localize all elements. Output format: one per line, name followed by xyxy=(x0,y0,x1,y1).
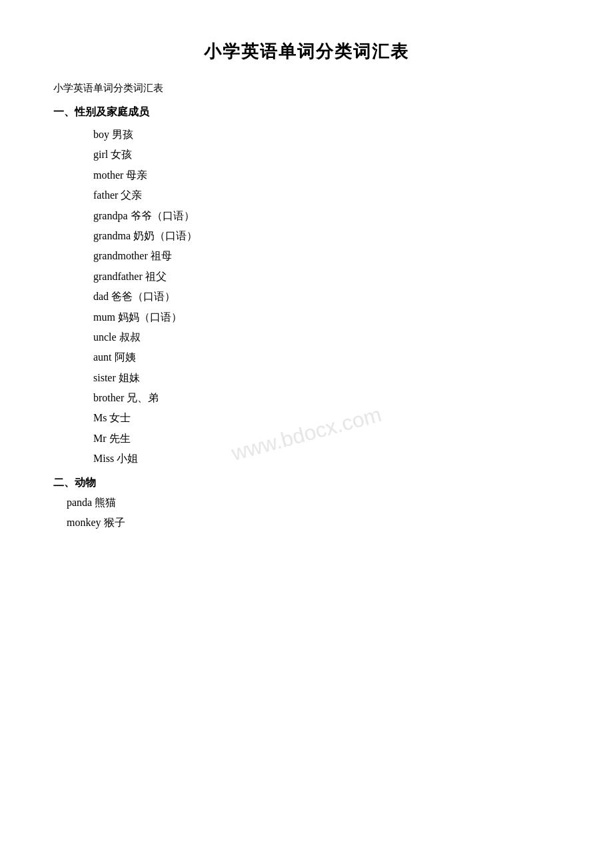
list-item: aunt 阿姨 xyxy=(53,347,560,367)
section1-heading: 一、性别及家庭成员 xyxy=(53,105,560,119)
section2-heading: 二、动物 xyxy=(53,476,560,490)
section2-list: panda 熊猫monkey 猴子 xyxy=(53,493,560,533)
list-item: grandpa 爷爷（口语） xyxy=(53,206,560,226)
list-item: grandfather 祖父 xyxy=(53,267,560,287)
section1-list: boy 男孩girl 女孩mother 母亲father 父亲grandpa 爷… xyxy=(53,125,560,469)
list-item: dad 爸爸（口语） xyxy=(53,287,560,307)
list-item: boy 男孩 xyxy=(53,125,560,145)
page-title: 小学英语单词分类词汇表 xyxy=(53,40,560,63)
list-item: sister 姐妹 xyxy=(53,368,560,388)
list-item: grandmother 祖母 xyxy=(53,246,560,266)
list-item: Ms 女士 xyxy=(53,408,560,428)
list-item: father 父亲 xyxy=(53,185,560,205)
list-item: girl 女孩 xyxy=(53,145,560,165)
list-item: Miss 小姐 xyxy=(53,449,560,469)
list-item: monkey 猴子 xyxy=(53,513,560,533)
list-item: brother 兄、弟 xyxy=(53,388,560,408)
list-item: Mr 先生 xyxy=(53,429,560,449)
list-item: mum 妈妈（口语） xyxy=(53,307,560,327)
subtitle: 小学英语单词分类词汇表 xyxy=(53,82,560,95)
list-item: panda 熊猫 xyxy=(53,493,560,513)
list-item: grandma 奶奶（口语） xyxy=(53,226,560,246)
list-item: uncle 叔叔 xyxy=(53,327,560,347)
list-item: mother 母亲 xyxy=(53,165,560,185)
